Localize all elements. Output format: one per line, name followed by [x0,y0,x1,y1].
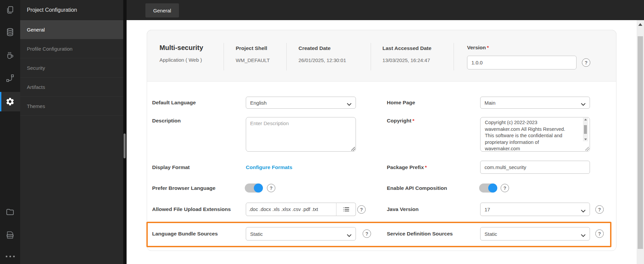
sidebar-scroll-track[interactable] [123,0,127,264]
pages-icon[interactable] [0,2,20,18]
header-divider [371,43,371,70]
prefer-browser-language-help-icon[interactable]: ? [267,184,275,192]
project-shell-value: WM_DEFAULT [236,57,270,63]
svg-text:LOG: LOG [8,234,12,236]
copyright-scroll-thumb[interactable] [584,125,587,134]
list-icon [343,207,350,212]
home-page-label: Home Page [387,97,415,109]
files-folder-icon[interactable] [0,204,20,220]
allowed-file-upload-extensions-input[interactable]: .doc .docx .xls .xlsx .csv .pdf .txt [246,203,336,216]
description-textarea[interactable] [246,117,356,152]
project-shell-label: Project Shell [236,45,267,51]
enable-api-composition-help-icon[interactable]: ? [501,184,509,192]
sidebar-item-general[interactable]: General [20,20,123,39]
java-services-icon[interactable] [0,47,20,63]
configure-formats-link[interactable]: Configure Formats [246,161,292,174]
extensions-list-button[interactable] [336,203,356,216]
last-accessed-date-label: Last Accessed Date [382,45,431,51]
allowed-file-upload-extensions-label: Allowed File Upload Extensions [152,203,231,216]
default-language-label: Default Language [152,97,196,109]
apis-connector-icon[interactable] [0,70,20,86]
enable-api-composition-toggle[interactable] [479,183,497,193]
display-format-label: Display Format [152,161,190,174]
default-language-select[interactable]: English [246,97,356,109]
project-name: Multi-security [159,44,203,52]
scroll-up-arrow-icon[interactable] [584,119,587,120]
header-divider [224,43,224,70]
logs-icon[interactable]: LOG [0,227,20,243]
home-page-select[interactable]: Main [480,97,590,109]
chevron-down-icon [581,101,586,107]
java-version-select[interactable]: 17 [480,203,590,216]
database-icon[interactable] [0,24,20,40]
package-prefix-input[interactable]: com.multi_security [480,161,590,174]
sidebar-item-security[interactable]: Security [20,58,123,77]
sidebar-item-profile-configuration[interactable]: Profile Configuration [20,39,123,58]
gear-icon [5,97,15,106]
java-version-label: Java Version [387,203,419,216]
chevron-down-icon [581,208,586,214]
created-date-value: 26/01/2025, 12:30:01 [298,57,346,63]
scroll-down-arrow-icon[interactable] [584,139,587,140]
settings-rail-item[interactable] [0,92,20,111]
version-input[interactable]: 1.0.0 [467,56,577,69]
active-rail-indicator [0,92,1,111]
java-version-help-icon[interactable]: ? [595,205,604,214]
toggle-knob [488,183,497,193]
created-date-label: Created Date [298,45,331,51]
project-type: Application ( Web ) [159,57,202,63]
sidebar-title: Project Configuration [20,0,123,20]
header-divider [454,43,454,70]
scroll-up-arrow-icon[interactable] [638,23,642,26]
copyright-text: Copyright (c) 2022-2023 wavemaker.com Al… [485,119,581,152]
page-scrollbar-thumb[interactable] [638,36,643,249]
version-label: Version* [467,45,489,51]
highlight-rectangle [146,222,611,247]
tab-general[interactable]: General [145,3,179,17]
copyright-label: Copyright* [387,118,414,124]
sidebar-scroll-thumb[interactable] [124,134,126,158]
header-divider [286,43,287,70]
package-prefix-label: Package Prefix* [387,161,427,174]
prefer-browser-language-toggle[interactable] [245,183,263,193]
description-label: Description [152,118,181,124]
enable-api-composition-label: Enable API Composition [387,183,447,193]
last-accessed-date-value: 13/03/2025, 16:24:47 [382,57,430,63]
top-bar [127,0,644,20]
resize-grip-icon[interactable] [351,147,355,151]
resize-grip-icon[interactable] [585,147,589,151]
allowed-file-upload-extensions-help-icon[interactable]: ? [357,205,366,214]
version-help-icon[interactable]: ? [582,58,590,67]
copyright-scrollbar[interactable] [583,118,588,141]
sidebar-item-themes[interactable]: Themes [20,97,123,116]
sidebar-item-artifacts[interactable]: Artifacts [20,77,123,97]
app-window: LOG Project Configuration General Profil… [0,0,644,264]
toggle-knob [254,183,263,193]
more-dots-icon[interactable] [0,252,20,260]
prefer-browser-language-label: Prefer Browser Language [152,183,216,193]
chevron-down-icon [347,101,352,107]
